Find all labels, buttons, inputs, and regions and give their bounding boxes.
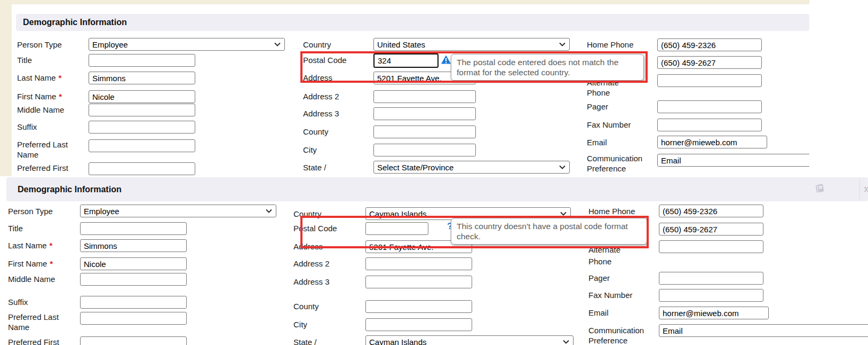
preferred-first-name-label: Preferred First [17, 164, 68, 172]
section-title: Demographic Information [18, 185, 122, 194]
last-name-label: Last Name* [17, 74, 61, 82]
alternate-phone-input[interactable] [659, 240, 763, 253]
chevron-down-icon [274, 42, 281, 46]
chevron-double-right-icon[interactable]: » [864, 183, 868, 195]
country-select[interactable]: United States [373, 38, 570, 51]
communication-preference-label-line2: Preference [587, 164, 626, 173]
home-phone-input[interactable] [659, 205, 763, 217]
title-label: Title [8, 224, 23, 233]
chevron-down-icon [563, 340, 569, 344]
communication-preference-label: Communication [587, 154, 642, 163]
address3-label: Address 3 [303, 109, 339, 118]
pager-input[interactable] [659, 272, 763, 285]
middle-name-input[interactable] [80, 273, 187, 286]
state-label: State / [303, 163, 326, 172]
demographic-section-1: Demographic Information Person Type Empl… [0, 0, 809, 176]
address3-input[interactable] [373, 107, 476, 120]
postal-code-label: Postal Code [293, 224, 337, 233]
address2-label: Address 2 [303, 92, 339, 101]
postal-code-tooltip: The postal code entered does not match t… [451, 54, 644, 81]
person-type-select[interactable]: Employee [80, 205, 276, 217]
first-name-input[interactable] [80, 257, 187, 270]
county-label: County [303, 128, 329, 136]
state-select[interactable]: Select State/Province [373, 161, 570, 174]
first-name-input[interactable] [89, 90, 195, 103]
person-type-value: Employee [92, 40, 128, 49]
required-asterisk: * [50, 241, 53, 250]
fax-number-input[interactable] [657, 119, 762, 131]
communication-preference-label: Communication [588, 326, 644, 335]
county-input[interactable] [365, 300, 472, 313]
country-value: United States [377, 40, 425, 49]
fax-number-label: Fax Number [587, 121, 631, 129]
postal-code-input[interactable] [373, 53, 439, 68]
address3-label: Address 3 [293, 278, 330, 286]
preferred-last-name-label: Preferred Last [17, 140, 68, 149]
title-input[interactable] [89, 54, 195, 67]
home-phone-label: Home Phone [588, 207, 635, 216]
preferred-last-name-input[interactable] [89, 139, 195, 152]
preferred-last-name-input[interactable] [80, 312, 187, 325]
middle-name-label: Middle Name [8, 275, 55, 284]
city-label: City [303, 146, 317, 154]
city-input[interactable] [373, 144, 476, 156]
address-label: Address [293, 242, 323, 251]
preferred-last-name-label: Preferred Last [8, 313, 59, 322]
postal-code-tooltip: This country doesn't have a postal code … [451, 218, 647, 245]
warning-triangle-icon [441, 55, 451, 64]
country-label: Country [293, 210, 322, 218]
communication-preference-select[interactable]: Email [657, 154, 809, 167]
communication-preference-select[interactable]: Email [659, 324, 868, 337]
address2-label: Address 2 [293, 260, 330, 268]
city-input[interactable] [365, 318, 472, 331]
person-type-value: Employee [84, 207, 120, 216]
section-title: Demographic Information [23, 18, 127, 27]
person-type-label: Person Type [8, 207, 53, 216]
suffix-input[interactable] [80, 296, 187, 309]
address2-input[interactable] [365, 257, 472, 270]
title-input[interactable] [80, 222, 187, 235]
last-name-input[interactable] [80, 239, 187, 252]
address-book-icon[interactable] [814, 183, 826, 194]
person-type-label: Person Type [17, 41, 62, 49]
address3-input[interactable] [365, 276, 472, 288]
fax-number-label: Fax Number [588, 291, 633, 300]
pager-label: Pager [588, 274, 610, 283]
fax-number-input[interactable] [659, 289, 763, 302]
postal-code-input[interactable] [365, 222, 428, 235]
preferred-first-name-input[interactable] [80, 336, 187, 345]
pager-input[interactable] [657, 100, 762, 113]
chevron-down-icon [559, 42, 566, 46]
communication-preference-label-line2: Preference [588, 336, 627, 345]
state-select[interactable]: Cayman Islands [365, 335, 574, 345]
alternate-phone-input[interactable] [657, 74, 762, 87]
alternate-phone-label-line2: Phone [587, 89, 610, 97]
country-value: Cayman Islands [369, 209, 427, 218]
address2-input[interactable] [373, 90, 476, 103]
email-label: Email [587, 138, 607, 147]
middle-name-label: Middle Name [17, 106, 64, 114]
preferred-last-name-label-line2: Name [8, 323, 29, 332]
title-label: Title [17, 56, 32, 65]
county-input[interactable] [373, 126, 476, 138]
middle-name-input[interactable] [89, 104, 195, 116]
preferred-first-name-input[interactable] [89, 162, 195, 175]
person-type-select[interactable]: Employee [89, 38, 285, 51]
first-name-label: First Name* [8, 260, 53, 268]
work-phone-input[interactable] [657, 56, 762, 69]
email-input[interactable] [657, 136, 767, 148]
section-header: Demographic Information [16, 14, 809, 31]
required-asterisk: * [50, 259, 53, 268]
demographic-section-2: Demographic Information » Person Type Em… [0, 176, 868, 345]
last-name-input[interactable] [89, 72, 195, 84]
chevron-down-icon [559, 165, 566, 169]
email-input[interactable] [659, 307, 769, 319]
home-phone-input[interactable] [657, 38, 762, 51]
alternate-phone-label-line2: Phone [588, 257, 611, 266]
city-label: City [293, 320, 307, 329]
home-phone-label: Home Phone [587, 41, 634, 49]
state-label: State / [293, 338, 316, 345]
work-phone-input[interactable] [659, 223, 763, 236]
suffix-input[interactable] [89, 121, 195, 134]
preferred-first-name-label: Preferred First [8, 338, 59, 345]
